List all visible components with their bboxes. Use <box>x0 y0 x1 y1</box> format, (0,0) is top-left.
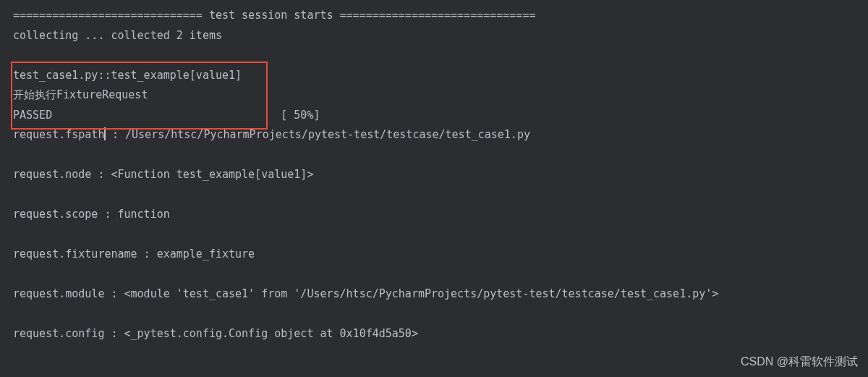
output-line-fixture-start: 开始执行FixtureRequest <box>13 85 855 106</box>
output-line-session-header: ============================= test sessi… <box>13 6 855 26</box>
output-line-collecting: collecting ... collected 2 items <box>13 26 855 46</box>
output-line-config: request.config : <_pytest.config.Config … <box>13 324 855 344</box>
output-line-passed: PASSED [ 50%] <box>13 106 855 126</box>
terminal-output[interactable]: ============================= test sessi… <box>13 6 855 344</box>
output-line-scope: request.scope : function <box>13 205 855 225</box>
output-line-testcase: test_case1.py::test_example[value1] <box>13 66 855 86</box>
output-line-fspath: request.fspath : /Users/htsc/PycharmProj… <box>13 125 855 145</box>
output-line-node: request.node : <Function test_example[va… <box>13 165 855 185</box>
output-line-blank <box>13 46 855 66</box>
output-line-blank <box>13 145 855 166</box>
output-line-fixturename: request.fixturename : example_fixture <box>13 245 855 265</box>
output-line-module: request.module : <module 'test_case1' fr… <box>13 284 855 305</box>
output-line-blank <box>13 305 855 325</box>
watermark: CSDN @科雷软件测试 <box>741 351 858 373</box>
output-line-blank <box>13 225 855 245</box>
output-line-blank <box>13 185 855 206</box>
output-line-blank <box>13 265 855 285</box>
